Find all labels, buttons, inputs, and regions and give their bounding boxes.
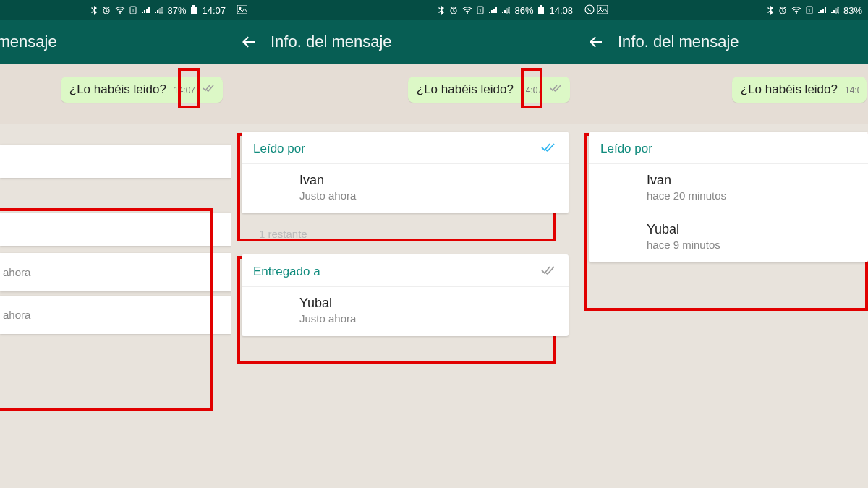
section-label: Leído por — [600, 142, 652, 156]
chat-area: ¿Lo habéis leido? 14:07 — [0, 64, 231, 124]
contact-entry[interactable]: Yubal Justo ahora — [242, 287, 569, 336]
signal-icon — [141, 7, 150, 14]
card-header: Leído por — [589, 132, 868, 164]
remaining-text: 1 restante — [246, 221, 579, 247]
contact-name: Yubal — [647, 222, 855, 237]
card-header: Leído por — [242, 132, 569, 164]
app-bar: del mensaje — [0, 20, 231, 64]
section-label: Entregado a — [253, 265, 320, 279]
page-title: del mensaje — [0, 33, 57, 51]
battery-icon — [190, 5, 197, 15]
svg-point-16 — [600, 7, 602, 9]
wifi-icon — [115, 7, 125, 14]
page-title: Info. del mensaje — [271, 33, 392, 51]
message-bubble[interactable]: ¿Lo habéis leido? 14:07 — [61, 77, 223, 103]
entry-time: Justo ahora — [299, 312, 556, 325]
status-bar: 1 86% 14:08 — [231, 0, 579, 20]
screenshot-panel-1: 1 87% 14:07 del mensaje ¿Lo habéis leido… — [0, 0, 231, 488]
svg-text:1: 1 — [479, 8, 482, 13]
message-text: ¿Lo habéis leido? — [69, 82, 166, 97]
bluetooth-icon — [438, 5, 445, 15]
contact-entry[interactable]: Ivan hace 20 minutos — [589, 164, 868, 213]
double-check-icon — [550, 83, 563, 96]
section-label: Leído por — [253, 142, 305, 156]
entry-time: Justo ahora — [299, 189, 556, 202]
svg-point-1 — [119, 12, 121, 14]
double-check-blue-icon — [541, 142, 557, 156]
app-bar: Info. del mensaje — [579, 20, 868, 64]
bluetooth-icon — [90, 5, 98, 15]
svg-point-18 — [796, 12, 797, 14]
svg-rect-6 — [237, 5, 247, 14]
status-bar: 1 87% 14:07 — [0, 0, 231, 20]
card-fragment-header-2 — [0, 213, 231, 246]
message-text: ¿Lo habéis leido? — [741, 82, 838, 97]
clock-time: 14:08 — [549, 5, 573, 16]
chat-area: ¿Lo habéis leido? 14:07 — [231, 64, 579, 124]
card-header: Entregado a — [242, 254, 569, 287]
svg-rect-13 — [540, 5, 542, 7]
contact-name: Ivan — [647, 173, 855, 188]
message-time: 14:07 — [845, 85, 859, 95]
card-fragment-entry: ahora — [0, 253, 231, 291]
alarm-icon — [102, 6, 111, 14]
alarm-icon — [449, 6, 458, 14]
signal-icon — [488, 7, 497, 14]
svg-point-7 — [239, 7, 242, 9]
screenshot-panel-2: 1 86% 14:08 Info. del mensaje ¿Lo habéis… — [231, 0, 579, 488]
svg-text:1: 1 — [132, 8, 135, 13]
status-bar: 1 83% — [579, 0, 868, 20]
contact-name: Ivan — [299, 173, 556, 188]
message-bubble[interactable]: ¿Lo habéis leido? 14:07 — [408, 77, 570, 103]
alarm-icon — [778, 6, 787, 14]
double-check-icon — [203, 83, 216, 96]
wifi-icon — [462, 7, 472, 14]
svg-rect-15 — [597, 5, 608, 14]
bluetooth-icon — [767, 5, 774, 15]
back-button[interactable] — [240, 33, 258, 51]
svg-rect-4 — [191, 7, 197, 14]
whatsapp-icon — [584, 4, 595, 17]
sim-icon: 1 — [806, 6, 813, 14]
page-title: Info. del mensaje — [618, 33, 739, 51]
back-button[interactable] — [587, 33, 605, 51]
svg-point-14 — [585, 5, 594, 14]
battery-percent: 86% — [514, 5, 533, 16]
clock-time: 14:07 — [202, 5, 226, 16]
signal2-icon — [501, 7, 510, 14]
svg-rect-12 — [538, 7, 544, 14]
screenshot-panel-3: 1 83% Info. del mensaje ¿Lo habéis leido… — [579, 0, 868, 488]
battery-percent: 87% — [167, 5, 186, 16]
read-by-card: Leído por Ivan hace 20 minutos Yubal hac… — [589, 132, 868, 262]
delivered-to-card: Entregado a Yubal Justo ahora — [242, 254, 569, 336]
message-time: 14:07 — [521, 85, 542, 95]
signal-icon — [817, 7, 826, 14]
sim-icon: 1 — [129, 6, 137, 14]
image-icon — [237, 5, 247, 16]
entry-time: ahora — [0, 266, 231, 278]
app-bar: Info. del mensaje — [231, 20, 579, 64]
chat-area: ¿Lo habéis leido? 14:07 — [579, 64, 868, 124]
message-text: ¿Lo habéis leido? — [417, 82, 514, 97]
message-bubble[interactable]: ¿Lo habéis leido? 14:07 — [732, 77, 867, 103]
message-time: 14:07 — [174, 85, 195, 95]
wifi-icon — [791, 7, 801, 14]
contact-entry[interactable]: Ivan Justo ahora — [242, 164, 569, 213]
contact-name: Yubal — [299, 296, 556, 311]
entry-time: hace 9 minutos — [647, 239, 855, 251]
contact-entry[interactable]: Yubal hace 9 minutos — [589, 213, 868, 262]
battery-icon — [537, 5, 545, 15]
card-fragment-entry: ahora — [0, 296, 231, 334]
svg-text:1: 1 — [808, 8, 811, 13]
read-by-card: Leído por Ivan Justo ahora — [242, 132, 569, 213]
signal2-icon — [830, 7, 839, 14]
svg-rect-5 — [192, 5, 195, 7]
entry-time: hace 20 minutos — [647, 189, 855, 202]
double-check-grey-icon — [541, 265, 557, 279]
battery-percent: 83% — [843, 5, 862, 16]
card-fragment-header — [0, 145, 231, 178]
sim-icon: 1 — [477, 6, 484, 14]
signal2-icon — [154, 7, 163, 14]
svg-point-9 — [467, 12, 468, 14]
entry-time: ahora — [0, 309, 231, 321]
